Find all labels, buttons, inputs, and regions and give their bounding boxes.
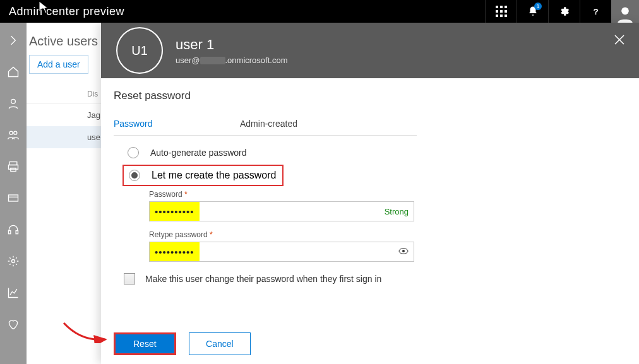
retype-password-value: •••••••••• [150, 242, 200, 261]
question-icon: ? [590, 6, 602, 17]
svg-rect-4 [500, 10, 503, 13]
person-icon [616, 5, 634, 23]
reset-password-panel: U1 user 1 user@.onmicrosoft.com Reset pa… [101, 23, 639, 364]
svg-rect-1 [500, 6, 503, 8]
password-input[interactable]: •••••••••• Strong [149, 201, 414, 221]
notification-badge: 1 [534, 3, 542, 10]
chart-icon[interactable] [7, 286, 20, 299]
password-mode-value: Admin-created [240, 119, 297, 129]
redaction-icon [200, 57, 225, 64]
force-change-checkbox[interactable]: Make this user change their password whe… [124, 273, 626, 285]
svg-point-11 [11, 99, 16, 103]
svg-rect-3 [496, 10, 498, 13]
close-button[interactable] [614, 34, 625, 48]
svg-point-21 [12, 260, 15, 263]
heart-icon[interactable] [7, 318, 20, 331]
password-mode-label: Password [114, 119, 240, 129]
svg-rect-17 [9, 195, 18, 201]
waffle-icon [496, 6, 507, 17]
group-icon[interactable] [7, 129, 20, 141]
retype-password-label: Retype password * [149, 230, 414, 239]
card-icon[interactable] [7, 192, 20, 204]
cog-icon[interactable] [7, 255, 20, 267]
svg-rect-5 [505, 10, 507, 13]
account-button[interactable] [611, 0, 639, 23]
reset-button[interactable]: Reset [114, 332, 176, 355]
user-email: user@.onmicrosoft.com [176, 56, 287, 65]
svg-rect-8 [505, 15, 507, 17]
svg-point-13 [14, 131, 17, 134]
gear-icon [559, 6, 570, 17]
password-strength: Strong [385, 207, 414, 216]
chevron-right-icon[interactable] [7, 34, 20, 47]
password-mode-row[interactable]: Password Admin-created [114, 119, 417, 136]
svg-point-10 [621, 8, 629, 15]
svg-rect-14 [9, 162, 17, 165]
eye-icon [398, 248, 409, 254]
svg-rect-20 [16, 231, 18, 234]
radio-icon [128, 147, 139, 158]
printer-icon[interactable] [7, 160, 20, 173]
password-value: •••••••••• [150, 202, 200, 221]
app-launcher-button[interactable] [485, 0, 517, 23]
radio-manual-create[interactable]: Let me create the password [122, 165, 284, 186]
notifications-button[interactable]: 1 [517, 0, 548, 23]
svg-point-25 [402, 250, 405, 252]
svg-text:?: ? [593, 7, 598, 16]
force-change-label: Make this user change their password whe… [145, 274, 381, 284]
svg-rect-19 [9, 231, 11, 234]
home-icon[interactable] [7, 66, 20, 78]
radio-auto-label: Auto-generate password [150, 148, 247, 158]
left-nav-rail [0, 23, 27, 364]
section-title: Reset password [114, 90, 626, 102]
settings-button[interactable] [548, 0, 580, 23]
reveal-password-button[interactable] [398, 247, 414, 256]
help-button[interactable]: ? [580, 0, 611, 23]
user-avatar: U1 [116, 27, 163, 74]
radio-auto-generate[interactable]: Auto-generate password [128, 147, 626, 158]
cancel-button[interactable]: Cancel [189, 332, 251, 355]
app-title: Admin center preview [0, 5, 124, 18]
svg-rect-16 [11, 168, 16, 172]
svg-point-12 [9, 131, 13, 134]
user-name: user 1 [176, 37, 287, 53]
global-topbar: Admin center preview 1 ? [0, 0, 639, 23]
add-user-button[interactable]: Add a user [29, 55, 88, 74]
password-label: Password * [149, 190, 414, 199]
user-icon[interactable] [7, 97, 20, 110]
close-icon [614, 34, 625, 45]
svg-rect-2 [505, 6, 507, 8]
headset-icon[interactable] [7, 223, 20, 236]
radio-manual-label: Let me create the password [152, 170, 276, 181]
svg-rect-0 [496, 6, 498, 8]
panel-header: U1 user 1 user@.onmicrosoft.com [101, 23, 639, 78]
radio-icon [129, 170, 140, 181]
checkbox-icon [124, 273, 135, 285]
retype-password-input[interactable]: •••••••••• [149, 242, 414, 262]
svg-rect-6 [496, 15, 498, 17]
svg-rect-7 [500, 15, 503, 17]
